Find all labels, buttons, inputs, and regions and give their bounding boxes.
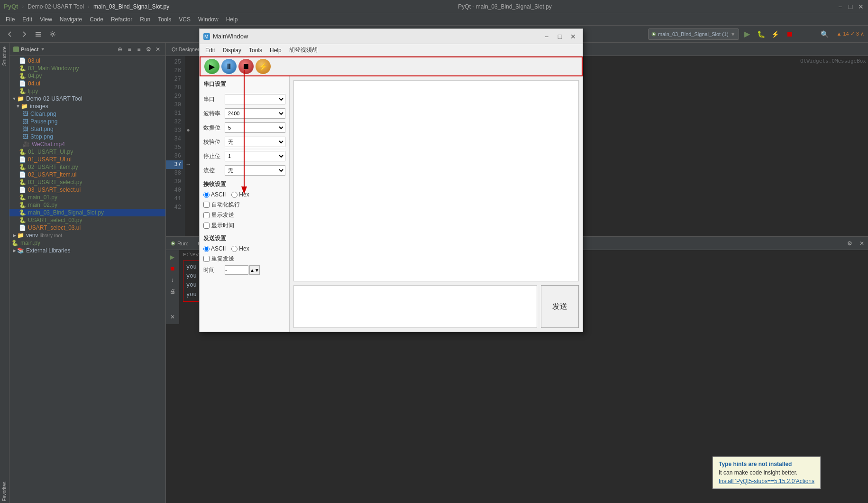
mw-baud-rate-select[interactable]: 2400: [225, 108, 285, 119]
tree-item-mainpy[interactable]: 🐍 main.py: [9, 239, 165, 247]
mw-start-btn[interactable]: ▶: [204, 59, 219, 74]
sidebar-expand-icon[interactable]: ≡: [126, 46, 133, 53]
tree-item-main03py[interactable]: 🐍 main_03_Bind_Signal_Slot.py: [9, 209, 165, 216]
toolbar-settings-btn[interactable]: [46, 28, 59, 40]
run-tab-run[interactable]: Run:: [166, 239, 193, 248]
mw-data-bits-select[interactable]: 5: [225, 122, 285, 133]
run-stop-btn[interactable]: ⏹: [167, 263, 178, 274]
mw-recv-ascii-label[interactable]: ASCII: [203, 191, 226, 198]
mw-show-send-checkbox[interactable]: [203, 212, 210, 218]
tooltip-install-link[interactable]: Install 'PyQt5-stubs==5.15.2.0': [719, 478, 796, 484]
mw-time-spinner[interactable]: ▲▼: [249, 265, 260, 275]
tree-item-03usartselectui[interactable]: 📄 03_USART_select.ui: [9, 186, 165, 194]
mw-stop-bits-select[interactable]: 1: [225, 151, 285, 161]
mw-close-btn[interactable]: ✕: [567, 32, 579, 41]
debug-button[interactable]: 🐛: [755, 28, 767, 40]
search-everywhere-btn[interactable]: 🔍: [819, 28, 831, 40]
mw-menu-edit[interactable]: Edit: [201, 46, 219, 55]
close-button[interactable]: ✕: [858, 3, 864, 10]
maximize-button[interactable]: □: [847, 3, 854, 10]
mw-send-hex-label[interactable]: Hex: [231, 245, 249, 252]
menu-edit[interactable]: Edit: [18, 15, 36, 24]
mw-stop-btn[interactable]: ⏹: [238, 59, 254, 74]
tree-item-cleanpng[interactable]: 🖼 Clean.png: [9, 110, 165, 118]
sidebar-favorites-icon[interactable]: Favorites: [1, 480, 8, 503]
run-button[interactable]: ▶: [741, 28, 753, 40]
toolbar-forward-btn[interactable]: [18, 28, 30, 40]
run-config-selector[interactable]: main_03_Bind_Signal_Slot (1) ▼: [648, 28, 739, 40]
tree-item-04py[interactable]: 🐍 04.py: [9, 72, 165, 80]
mw-show-time-checkbox[interactable]: [203, 223, 210, 229]
tree-item-main02py[interactable]: 🐍 main_02.py: [9, 201, 165, 209]
mw-send-hex-radio[interactable]: [231, 246, 238, 252]
tree-item-wechatmp4[interactable]: 🎥 WeChat.mp4: [9, 140, 165, 148]
tree-item-02usartitemui[interactable]: 📄 02_USART_item.ui: [9, 171, 165, 178]
toolbar-back-btn[interactable]: [4, 28, 16, 40]
tree-item-02usartitempy[interactable]: 🐍 02_USART_item.py: [9, 163, 165, 171]
menu-help[interactable]: Help: [222, 15, 242, 24]
mw-send-ascii-label[interactable]: ASCII: [203, 245, 226, 252]
run-restart-btn[interactable]: ▶: [167, 252, 178, 262]
mw-recv-ascii-radio[interactable]: [203, 192, 210, 198]
mw-send-input[interactable]: [293, 285, 537, 328]
menu-code[interactable]: Code: [86, 15, 107, 24]
tree-item-pausepng[interactable]: 🖼 Pause.png: [9, 118, 165, 125]
mw-maximize-btn[interactable]: □: [554, 32, 566, 41]
mw-menu-custom[interactable]: 胡登视须胡: [285, 45, 321, 55]
mw-menu-display[interactable]: Display: [219, 46, 245, 55]
mw-flow-control-select[interactable]: 无: [225, 165, 285, 176]
mw-serial-port-select[interactable]: [225, 94, 285, 104]
tree-item-usartselect03ui[interactable]: 📄 USART_select_03.ui: [9, 224, 165, 232]
mw-auto-newline-checkbox[interactable]: [203, 202, 210, 208]
run-close-panel-btn[interactable]: ✕: [167, 312, 178, 322]
mw-send-button[interactable]: 发送: [541, 285, 579, 328]
mw-minimize-btn[interactable]: −: [541, 32, 552, 41]
stop-button[interactable]: ⏹: [784, 28, 796, 40]
tree-item-01usartuiui[interactable]: 📄 01_USART_UI.ui: [9, 156, 165, 163]
sidebar-collapse-icon[interactable]: ≡: [135, 46, 143, 53]
mw-menu-tools[interactable]: Tools: [245, 46, 266, 55]
sidebar-dropdown-icon[interactable]: ▼: [40, 47, 45, 52]
tree-item-03ui[interactable]: 📄 03.ui: [9, 57, 165, 65]
tree-item-usartselect03py[interactable]: 🐍 USART_select_03.py: [9, 216, 165, 224]
run-print-btn[interactable]: 🖨: [167, 286, 178, 297]
tree-folder-external-libraries[interactable]: ▶ 📚 External Libraries: [9, 247, 165, 254]
menu-run[interactable]: Run: [136, 15, 154, 24]
run-panel-close-btn[interactable]: ✕: [856, 237, 868, 250]
menu-navigate[interactable]: Navigate: [56, 15, 86, 24]
sidebar-locate-icon[interactable]: ⊕: [116, 46, 124, 53]
mw-menu-help[interactable]: Help: [266, 46, 285, 55]
menu-tools[interactable]: Tools: [154, 15, 175, 24]
menu-refactor[interactable]: Refactor: [107, 15, 136, 24]
tree-item-04ui[interactable]: 📄 04.ui: [9, 80, 165, 87]
sidebar-settings-icon[interactable]: ⚙: [145, 46, 152, 53]
coverage-button[interactable]: ⚡: [769, 28, 782, 40]
tree-item-stoppng[interactable]: 🖼 Stop.png: [9, 133, 165, 140]
tree-item-ljpy[interactable]: 🐍 lj.py: [9, 87, 165, 95]
tooltip-actions-link[interactable]: Actions: [796, 478, 814, 484]
run-scroll-end-btn[interactable]: ↓: [167, 275, 178, 285]
mw-parity-select[interactable]: 无: [225, 137, 285, 147]
tree-item-startpng[interactable]: 🖼 Start.png: [9, 125, 165, 133]
menu-file[interactable]: File: [2, 15, 18, 24]
toolbar-nav-btn[interactable]: [32, 28, 45, 40]
tree-folder-demo02[interactable]: ▼ 📁 Demo-02-USART Tool: [9, 95, 165, 102]
mw-time-input[interactable]: [225, 265, 248, 275]
tree-item-01usartuipy[interactable]: 🐍 01_USART_UI.py: [9, 148, 165, 156]
mw-pause-btn[interactable]: ⏸: [221, 59, 237, 74]
tree-folder-images[interactable]: ▼ 📁 images: [9, 102, 165, 110]
tree-item-03usartselectpy[interactable]: 🐍 03_USART_select.py: [9, 178, 165, 186]
mw-recv-hex-label[interactable]: Hex: [231, 191, 249, 198]
run-panel-settings-btn[interactable]: ⚙: [843, 237, 856, 250]
mw-repeat-send-checkbox[interactable]: [203, 256, 210, 262]
sidebar-structure-icon[interactable]: Structure: [1, 45, 8, 68]
menu-view[interactable]: View: [36, 15, 56, 24]
tree-item-main01py[interactable]: 🐍 main_01.py: [9, 194, 165, 201]
mw-send-ascii-radio[interactable]: [203, 246, 210, 252]
menu-window[interactable]: Window: [194, 15, 222, 24]
menu-vcs[interactable]: VCS: [175, 15, 194, 24]
mw-clean-btn[interactable]: ⚡: [256, 59, 271, 74]
mw-recv-hex-radio[interactable]: [231, 192, 238, 198]
tree-item-03mainwindow[interactable]: 🐍 03_Main Window.py: [9, 65, 165, 72]
mw-receive-area[interactable]: [293, 80, 579, 281]
